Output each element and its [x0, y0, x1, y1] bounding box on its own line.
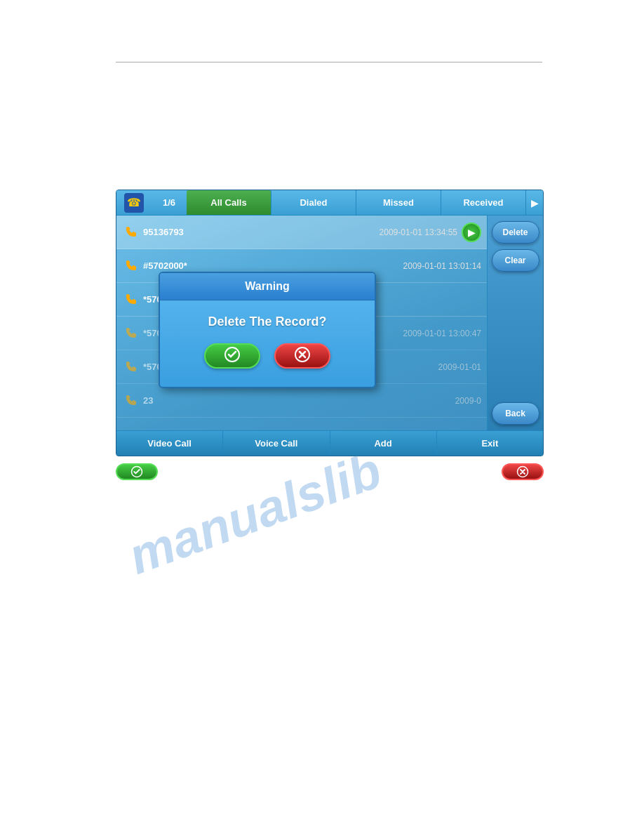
call-icon-1: [122, 224, 139, 241]
phone-header-icon: ☎: [124, 193, 144, 213]
external-cancel-button[interactable]: [502, 463, 544, 480]
video-call-button[interactable]: Video Call: [116, 431, 223, 456]
tab-more-icon[interactable]: ▶: [526, 190, 543, 215]
phone-ui-container: ☎ 1/6 All Calls Dialed Missed Received ▶: [116, 190, 544, 456]
call-number-6: 23: [143, 395, 213, 406]
call-number-2: #5702000*: [143, 260, 213, 271]
tab-all-calls[interactable]: All Calls: [187, 190, 271, 215]
page-count: 1/6: [152, 197, 187, 208]
call-list: 95136793 2009-01-01 13:34:55 ▶ #5702000*…: [116, 216, 487, 430]
footer-row: Video Call Voice Call Add Exit: [116, 430, 543, 456]
header-icon-area: ☎: [116, 190, 152, 215]
call-number-1: 95136793: [143, 227, 213, 237]
top-divider: [116, 62, 542, 62]
tab-dialed[interactable]: Dialed: [271, 190, 356, 215]
tab-received[interactable]: Received: [441, 190, 526, 215]
call-row-1[interactable]: 95136793 2009-01-01 13:34:55 ▶: [116, 216, 487, 249]
warning-message: Delete The Record?: [174, 315, 361, 329]
call-icon-2: [122, 258, 139, 274]
warning-title: Warning: [160, 273, 375, 300]
sidebar-buttons: Delete Clear Back: [487, 216, 543, 430]
call-icon-5: [122, 359, 139, 376]
delete-button[interactable]: Delete: [492, 221, 539, 244]
exit-button[interactable]: Exit: [437, 431, 543, 456]
cross-icon: [294, 346, 311, 366]
warning-body: Delete The Record?: [160, 300, 375, 387]
clear-button[interactable]: Clear: [492, 249, 539, 272]
call-time-4: 2009-01-01 13:00:47: [403, 329, 481, 338]
call-time-5: 2009-01-01: [438, 362, 481, 372]
play-button-1[interactable]: ▶: [462, 223, 481, 242]
call-time-1: 2009-01-01 13:34:55: [380, 227, 457, 237]
warning-buttons: [174, 343, 361, 380]
main-content: 95136793 2009-01-01 13:34:55 ▶ #5702000*…: [116, 216, 543, 430]
warning-dialog: Warning Delete The Record?: [159, 272, 376, 388]
tab-missed[interactable]: Missed: [356, 190, 441, 215]
header-row: ☎ 1/6 All Calls Dialed Missed Received ▶: [116, 190, 543, 216]
call-row-6[interactable]: 23 2009-0: [116, 384, 487, 418]
external-confirm-button[interactable]: [116, 463, 158, 480]
page-wrapper: ☎ 1/6 All Calls Dialed Missed Received ▶: [0, 0, 644, 834]
checkmark-icon: [224, 346, 241, 366]
tabs-area: All Calls Dialed Missed Received ▶: [187, 190, 543, 215]
call-time-6: 2009-0: [455, 396, 481, 406]
call-time-2: 2009-01-01 13:01:14: [403, 261, 481, 271]
warning-cancel-button[interactable]: [274, 343, 330, 369]
voice-call-button[interactable]: Voice Call: [223, 431, 330, 456]
warning-confirm-button[interactable]: [204, 343, 260, 369]
watermark: manualslib: [121, 441, 388, 585]
call-icon-6: [122, 392, 139, 409]
call-icon-4: [122, 325, 139, 342]
call-icon-3: [122, 291, 139, 308]
add-button[interactable]: Add: [330, 431, 437, 456]
back-button[interactable]: Back: [492, 402, 539, 425]
external-buttons: [116, 463, 544, 480]
